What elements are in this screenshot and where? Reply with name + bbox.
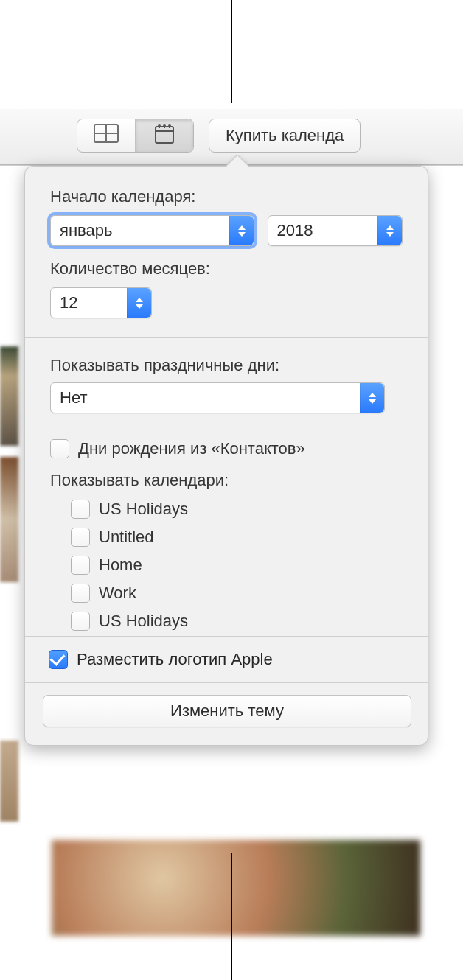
bg-photo (0, 741, 18, 822)
calendar-settings-button[interactable] (136, 119, 193, 152)
section-footer: Изменить тему (25, 683, 428, 745)
show-calendars-label: Показывать календари: (50, 471, 403, 490)
calendar-row[interactable]: Untitled (50, 525, 403, 549)
chevron-up-down-icon (127, 288, 151, 318)
callout-line-bottom (231, 853, 232, 980)
calendar-label: US Holidays (99, 612, 188, 631)
chevron-up-down-icon (360, 383, 384, 413)
start-year-popup[interactable]: 2018 (268, 215, 403, 246)
view-segmented-control (77, 119, 194, 153)
change-theme-button[interactable]: Изменить тему (43, 695, 411, 727)
calendar-checkbox[interactable] (71, 528, 90, 547)
apple-logo-checkbox[interactable] (49, 650, 68, 669)
start-year-value: 2018 (277, 221, 313, 240)
callout-line-top (231, 0, 232, 103)
calendar-notepad-icon (154, 122, 175, 149)
calendar-row[interactable]: Work (50, 581, 403, 605)
section-holidays: Показывать праздничные дни: Нет Дни рожд… (25, 338, 428, 636)
calendar-checkbox[interactable] (71, 500, 90, 519)
calendar-settings-popover: Начало календаря: январь 2018 Количество… (24, 166, 428, 746)
bg-photo (0, 457, 18, 582)
apple-logo-label: Разместить логотип Apple (77, 650, 273, 669)
calendar-label: Home (99, 556, 142, 575)
bg-photo (52, 840, 420, 936)
svg-rect-3 (156, 127, 173, 143)
bg-photo (0, 346, 18, 446)
buy-calendar-label: Купить календа (226, 126, 344, 145)
start-month-popup[interactable]: январь (50, 215, 254, 246)
calendar-list: US Holidays Untitled Home Work US Holida… (50, 497, 403, 633)
calendar-row[interactable]: US Holidays (50, 609, 403, 633)
holidays-popup[interactable]: Нет (50, 382, 385, 413)
birthdays-checkbox-row[interactable]: Дни рождения из «Контактов» (50, 437, 403, 461)
section-start: Начало календаря: январь 2018 Количество… (25, 167, 428, 337)
holidays-value: Нет (60, 388, 87, 407)
layout-view-button[interactable] (77, 119, 136, 152)
months-count-label: Количество месяцев: (50, 259, 403, 279)
start-month-value: январь (60, 221, 112, 240)
holidays-label: Показывать праздничные дни: (50, 356, 403, 375)
popover-arrow (226, 155, 248, 167)
calendar-checkbox[interactable] (71, 612, 90, 631)
change-theme-label: Изменить тему (170, 701, 284, 721)
calendar-label: US Holidays (99, 500, 188, 519)
layout-grid-icon (94, 124, 119, 147)
chevron-up-down-icon (229, 216, 254, 245)
calendar-checkbox[interactable] (71, 556, 90, 575)
calendar-label: Work (99, 584, 136, 603)
birthdays-label: Дни рождения из «Контактов» (78, 439, 305, 458)
calendar-label: Untitled (99, 528, 154, 547)
months-count-value: 12 (60, 293, 77, 312)
buy-calendar-button[interactable]: Купить календа (209, 119, 361, 153)
chevron-up-down-icon (377, 216, 402, 245)
calendar-row[interactable]: US Holidays (50, 497, 403, 521)
calendar-row[interactable]: Home (50, 553, 403, 577)
start-label: Начало календаря: (50, 187, 403, 206)
section-apple-logo: Разместить логотип Apple (25, 637, 428, 682)
months-count-popup[interactable]: 12 (50, 287, 152, 318)
calendar-checkbox[interactable] (71, 584, 90, 603)
birthdays-checkbox[interactable] (50, 439, 69, 458)
